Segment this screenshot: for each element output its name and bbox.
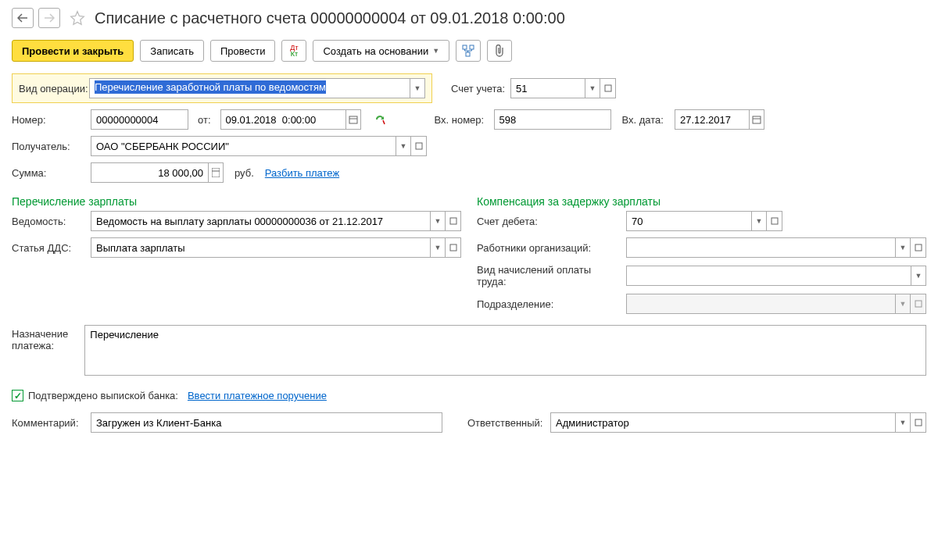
dds-input[interactable] <box>91 237 430 258</box>
operation-type-input[interactable]: Перечисление заработной платы по ведомос… <box>89 78 410 98</box>
sum-label: Сумма: <box>12 167 86 179</box>
nav-forward-button[interactable] <box>38 8 60 28</box>
purpose-textarea[interactable] <box>84 325 926 376</box>
comment-input[interactable] <box>91 412 442 433</box>
responsible-dropdown[interactable]: ▼ <box>895 412 911 433</box>
date-input[interactable] <box>220 109 345 130</box>
structure-icon <box>462 45 474 57</box>
subdivision-dropdown: ▼ <box>895 294 911 314</box>
chevron-down-icon: ▼ <box>432 47 439 55</box>
arrow-right-icon <box>44 13 55 23</box>
comment-label: Комментарий: <box>12 417 86 429</box>
attach-button[interactable] <box>487 40 512 62</box>
employees-dropdown[interactable]: ▼ <box>895 237 911 258</box>
debit-account-input[interactable] <box>626 211 751 231</box>
number-label: Номер: <box>12 114 86 126</box>
accrual-type-input[interactable] <box>626 266 911 286</box>
post-and-close-button[interactable]: Провести и закрыть <box>12 40 134 62</box>
dtkt-button[interactable]: ДтКт <box>281 40 306 62</box>
operation-type-label: Вид операции: <box>19 83 89 95</box>
recipient-open[interactable] <box>411 136 427 156</box>
number-input[interactable] <box>91 109 188 130</box>
dds-open[interactable] <box>446 237 461 258</box>
debit-account-label: Счет дебета: <box>477 216 621 227</box>
currency-label: руб. <box>234 167 254 179</box>
svg-rect-14 <box>915 244 922 251</box>
in-number-input[interactable] <box>494 109 611 130</box>
sum-calc[interactable] <box>208 162 224 183</box>
svg-rect-4 <box>349 116 357 123</box>
open-icon <box>915 300 922 308</box>
svg-rect-12 <box>450 244 456 251</box>
refresh-icon <box>374 113 386 126</box>
svg-rect-0 <box>463 45 467 49</box>
in-date-input[interactable] <box>675 109 749 130</box>
account-open[interactable] <box>600 78 616 98</box>
recipient-label: Получатель: <box>12 141 86 152</box>
enter-payment-order-link[interactable]: Ввести платежное поручение <box>188 390 327 401</box>
recipient-input[interactable] <box>91 136 396 156</box>
dds-dropdown[interactable]: ▼ <box>430 237 446 258</box>
statement-input[interactable] <box>91 211 430 231</box>
confirmed-label: Подтверждено выпиской банка: <box>28 390 178 401</box>
open-icon <box>771 217 779 225</box>
purpose-label: Назначение платежа: <box>12 325 80 351</box>
related-button[interactable] <box>456 40 481 62</box>
section-salary-header: Перечисление зарплаты <box>12 195 461 208</box>
post-button[interactable]: Провести <box>210 40 276 62</box>
recipient-dropdown[interactable]: ▼ <box>396 136 411 156</box>
in-date-label: Вх. дата: <box>622 114 664 126</box>
responsible-label: Ответственный: <box>467 417 546 429</box>
debit-account-dropdown[interactable]: ▼ <box>751 211 767 231</box>
account-label: Счет учета: <box>451 83 506 95</box>
svg-rect-1 <box>470 45 474 49</box>
statement-dropdown[interactable]: ▼ <box>430 211 446 231</box>
debit-account-open[interactable] <box>767 211 782 231</box>
employees-label: Работники организаций: <box>477 242 621 254</box>
responsible-input[interactable] <box>550 412 895 433</box>
calculator-icon <box>212 168 220 177</box>
dtkt-icon: ДтКт <box>290 45 298 57</box>
account-dropdown[interactable]: ▼ <box>585 78 600 98</box>
operation-type-group: Вид операции: Перечисление заработной пл… <box>12 73 432 103</box>
page-title: Списание с расчетного счета 00000000004 … <box>95 9 565 27</box>
refresh-icon-wrap[interactable] <box>374 113 386 126</box>
open-icon <box>604 84 612 92</box>
open-icon <box>449 244 457 251</box>
employees-input[interactable] <box>626 237 895 258</box>
svg-rect-8 <box>416 143 422 149</box>
responsible-open[interactable] <box>911 412 926 433</box>
employees-open[interactable] <box>911 237 926 258</box>
confirmed-checkbox[interactable]: ✓ <box>12 390 23 401</box>
paperclip-icon <box>494 45 505 57</box>
account-input[interactable] <box>510 78 585 98</box>
split-payment-link[interactable]: Разбить платеж <box>265 167 339 179</box>
svg-rect-16 <box>915 419 922 426</box>
open-icon <box>915 244 922 251</box>
svg-rect-13 <box>772 218 778 224</box>
open-icon <box>915 419 922 426</box>
statement-open[interactable] <box>446 211 461 231</box>
open-icon <box>449 217 457 225</box>
svg-rect-9 <box>212 168 220 177</box>
subdivision-label: Подразделение: <box>477 298 621 310</box>
accrual-type-dropdown[interactable]: ▼ <box>911 266 926 286</box>
calendar-icon <box>349 115 358 124</box>
create-based-button[interactable]: Создать на основании ▼ <box>313 40 449 62</box>
save-button[interactable]: Записать <box>140 40 204 62</box>
operation-type-dropdown[interactable]: ▼ <box>410 78 425 98</box>
in-date-calendar[interactable] <box>749 109 764 130</box>
in-number-label: Вх. номер: <box>435 114 489 126</box>
accrual-type-label: Вид начислений оплаты труда: <box>477 264 621 287</box>
star-icon[interactable] <box>70 10 85 26</box>
svg-rect-2 <box>466 52 470 56</box>
statement-label: Ведомость: <box>12 216 86 227</box>
svg-rect-3 <box>605 85 611 91</box>
dds-label: Статья ДДС: <box>12 242 86 254</box>
nav-back-button[interactable] <box>12 8 34 28</box>
sum-input[interactable] <box>91 162 208 183</box>
subdivision-input <box>626 294 895 314</box>
svg-rect-6 <box>753 116 761 123</box>
subdivision-open <box>911 294 926 314</box>
date-calendar[interactable] <box>345 109 361 130</box>
